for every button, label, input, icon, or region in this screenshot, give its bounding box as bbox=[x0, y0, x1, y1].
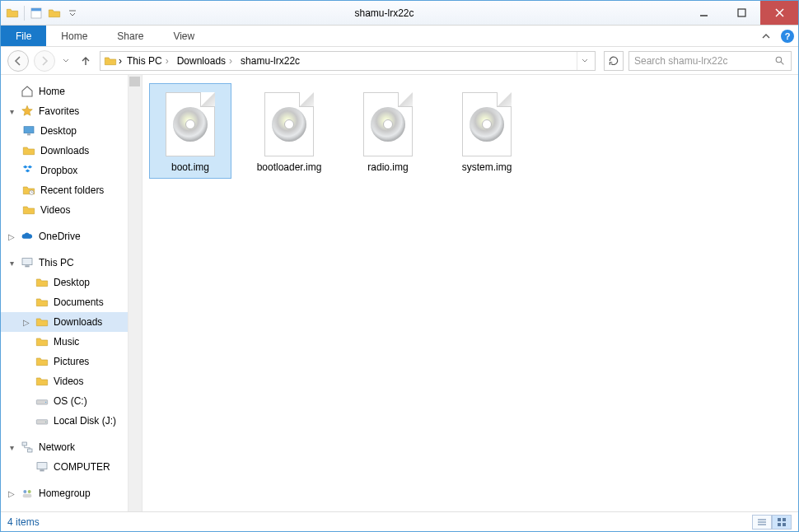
nav-label: Dropbox bbox=[40, 165, 77, 176]
disc-image-icon bbox=[259, 89, 319, 156]
maximize-button[interactable] bbox=[722, 1, 760, 25]
ribbon-collapse-button[interactable] bbox=[755, 26, 777, 46]
folder-icon bbox=[22, 203, 35, 217]
network-icon bbox=[21, 441, 34, 454]
window-title: shamu-lrx22c bbox=[84, 1, 685, 25]
nav-pc-music[interactable]: ▷Music bbox=[1, 332, 142, 352]
icons-view-button[interactable] bbox=[772, 515, 792, 530]
nav-label: Downloads bbox=[40, 145, 89, 156]
folder-icon bbox=[35, 375, 49, 388]
nav-label: Local Disk (J:) bbox=[54, 415, 116, 427]
breadcrumb-label: Downloads bbox=[177, 55, 226, 67]
nav-fav-videos[interactable]: Videos bbox=[1, 200, 142, 220]
quick-access-toolbar bbox=[1, 1, 84, 25]
svg-line-6 bbox=[776, 9, 783, 16]
svg-rect-19 bbox=[28, 449, 32, 452]
svg-rect-28 bbox=[778, 518, 781, 521]
nav-pc-pictures[interactable]: ▷Pictures bbox=[1, 352, 142, 371]
nav-label: Home bbox=[39, 86, 65, 97]
view-toggle bbox=[752, 515, 792, 530]
svg-rect-29 bbox=[783, 518, 786, 521]
nav-label: Homegroup bbox=[39, 488, 91, 499]
nav-label: Recent folders bbox=[40, 184, 104, 196]
nav-network[interactable]: ▾ Network bbox=[1, 437, 142, 457]
chevron-right-icon[interactable]: › bbox=[166, 55, 169, 67]
nav-label: OS (C:) bbox=[54, 395, 87, 407]
file-label: system.img bbox=[462, 161, 512, 173]
breadcrumb-label: This PC bbox=[127, 55, 162, 67]
recent-icon bbox=[22, 184, 35, 197]
chevron-right-icon[interactable]: › bbox=[119, 55, 122, 67]
properties-icon[interactable] bbox=[30, 7, 43, 20]
refresh-button[interactable] bbox=[604, 51, 624, 71]
nav-label: Videos bbox=[40, 204, 70, 216]
up-button[interactable] bbox=[77, 52, 95, 70]
file-item[interactable]: radio.img bbox=[347, 83, 429, 179]
file-item[interactable]: boot.img bbox=[149, 83, 231, 179]
address-dropdown-button[interactable] bbox=[577, 52, 591, 70]
nav-network-computer[interactable]: ▷COMPUTER bbox=[1, 457, 142, 477]
breadcrumb-current[interactable]: shamu-lrx22c bbox=[237, 55, 303, 67]
scrollbar[interactable] bbox=[128, 75, 142, 511]
disc-image-icon bbox=[457, 89, 516, 156]
file-label: boot.img bbox=[171, 161, 209, 173]
qat-dropdown-icon[interactable] bbox=[66, 7, 79, 20]
nav-pc-downloads[interactable]: ▷Downloads bbox=[1, 312, 142, 332]
svg-point-17 bbox=[45, 422, 46, 422]
tab-share[interactable]: Share bbox=[102, 26, 158, 46]
nav-favorites[interactable]: ▾ Favorites bbox=[1, 101, 142, 121]
scrollbar-thumb[interactable] bbox=[129, 77, 140, 86]
chevron-right-icon[interactable]: › bbox=[229, 55, 232, 67]
homegroup-icon bbox=[21, 487, 34, 500]
address-bar[interactable]: › This PC› Downloads› shamu-lrx22c bbox=[100, 51, 596, 71]
status-bar: 4 items bbox=[1, 511, 798, 531]
new-folder-icon[interactable] bbox=[48, 7, 61, 20]
help-button[interactable]: ? bbox=[777, 26, 798, 46]
nav-pc-desktop[interactable]: ▷Desktop bbox=[1, 273, 142, 292]
drive-icon bbox=[35, 414, 49, 427]
nav-fav-dropbox[interactable]: Dropbox bbox=[1, 161, 142, 180]
breadcrumb-this-pc[interactable]: This PC› bbox=[124, 55, 172, 67]
nav-label: Music bbox=[54, 336, 79, 348]
nav-this-pc[interactable]: ▾ This PC bbox=[1, 253, 142, 273]
nav-pc-documents[interactable]: ▷Documents bbox=[1, 292, 142, 312]
folder-icon bbox=[35, 296, 49, 309]
search-placeholder: Search shamu-lrx22c bbox=[634, 55, 773, 67]
tab-home[interactable]: Home bbox=[46, 26, 102, 46]
file-tab[interactable]: File bbox=[1, 26, 46, 46]
svg-line-5 bbox=[776, 9, 783, 16]
details-view-button[interactable] bbox=[752, 515, 772, 530]
nav-onedrive[interactable]: ▷ OneDrive bbox=[1, 226, 142, 246]
folder-icon bbox=[22, 144, 35, 157]
svg-rect-13 bbox=[25, 265, 29, 267]
svg-rect-20 bbox=[37, 463, 47, 469]
forward-button[interactable] bbox=[34, 50, 55, 72]
nav-pc-videos[interactable]: ▷Videos bbox=[1, 371, 142, 391]
nav-fav-desktop[interactable]: Desktop bbox=[1, 121, 142, 141]
nav-pc-drive-j[interactable]: ▷Local Disk (J:) bbox=[1, 411, 142, 431]
svg-point-22 bbox=[23, 490, 26, 493]
nav-fav-downloads[interactable]: Downloads bbox=[1, 141, 142, 161]
nav-label: Favorites bbox=[39, 105, 79, 117]
address-folder-icon bbox=[104, 54, 117, 68]
nav-fav-recent[interactable]: Recent folders bbox=[1, 180, 142, 200]
breadcrumb-downloads[interactable]: Downloads› bbox=[174, 55, 236, 67]
computer-icon bbox=[35, 460, 49, 474]
file-list[interactable]: boot.imgbootloader.imgradio.imgsystem.im… bbox=[143, 75, 798, 511]
search-box[interactable]: Search shamu-lrx22c bbox=[628, 51, 792, 71]
file-item[interactable]: system.img bbox=[446, 83, 528, 179]
nav-pc-drive-c[interactable]: ▷OS (C:) bbox=[1, 391, 142, 411]
nav-homegroup[interactable]: ▷ Homegroup bbox=[1, 483, 142, 503]
close-button[interactable] bbox=[760, 1, 798, 25]
minimize-button[interactable] bbox=[685, 1, 722, 25]
nav-home[interactable]: ▷ Home bbox=[1, 82, 142, 101]
nav-label: OneDrive bbox=[39, 231, 81, 242]
recent-locations-button[interactable] bbox=[60, 58, 72, 64]
tab-view[interactable]: View bbox=[158, 26, 209, 46]
back-button[interactable] bbox=[7, 50, 29, 72]
file-item[interactable]: bootloader.img bbox=[248, 83, 330, 179]
navigation-pane[interactable]: ▷ Home ▾ Favorites Desktop Downloads Dro… bbox=[1, 75, 143, 511]
nav-label: Pictures bbox=[54, 356, 89, 367]
desktop-icon bbox=[22, 124, 35, 138]
svg-rect-24 bbox=[23, 494, 32, 498]
